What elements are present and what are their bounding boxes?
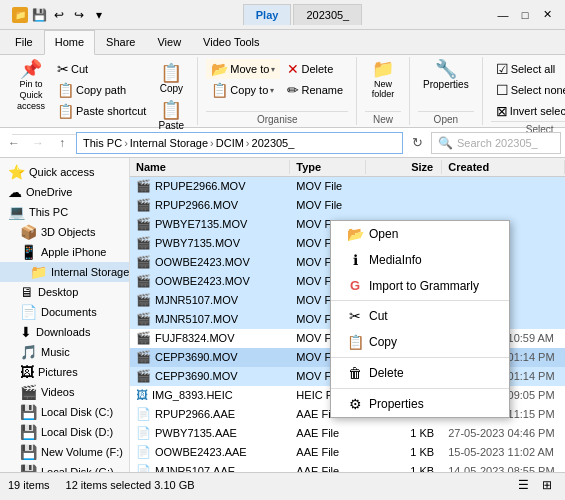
- ctx-delete-icon: 🗑: [347, 365, 363, 381]
- sidebar-item-music[interactable]: 🎵 Music: [0, 342, 129, 362]
- invert-selection-button[interactable]: ⊠ Invert selection: [491, 101, 565, 121]
- open-label: Open: [418, 111, 474, 125]
- ctx-open-icon: 📂: [347, 226, 363, 242]
- ctx-cut[interactable]: ✂ Cut: [331, 303, 509, 329]
- back-button[interactable]: ←: [4, 133, 24, 153]
- paste-shortcut-button[interactable]: 📋 Paste shortcut: [52, 101, 151, 121]
- open-group: 🔧 Properties Open: [410, 57, 483, 125]
- rename-icon: ✏: [287, 82, 299, 98]
- sidebar-item-pictures[interactable]: 🖼 Pictures: [0, 362, 129, 382]
- folder-icon: 📁: [12, 7, 28, 23]
- ctx-separator-3: [331, 388, 509, 389]
- properties-button[interactable]: 🔧 Properties: [418, 57, 474, 93]
- filename: PWBYE7135.MOV: [155, 218, 247, 230]
- ribbon: File Home Share View Video Tools 📌 Pin t…: [0, 30, 565, 128]
- ctx-open[interactable]: 📂 Open: [331, 221, 509, 247]
- view-list-button[interactable]: ☰: [513, 475, 533, 495]
- sidebar-item-3d-objects[interactable]: 📦 3D Objects: [0, 222, 129, 242]
- filename: OOWBE2423.MOV: [155, 275, 250, 287]
- copy-path-button[interactable]: 📋 Copy path: [52, 80, 151, 100]
- ctx-delete[interactable]: 🗑 Delete: [331, 360, 509, 386]
- table-row[interactable]: 📄PWBY7135.AAEAAE File1 KB27-05-2023 04:4…: [130, 424, 565, 443]
- sidebar-label: Music: [41, 346, 70, 358]
- ctx-import-grammarly[interactable]: G Import to Grammarly: [331, 273, 509, 298]
- file-icon: 🎬: [136, 274, 151, 288]
- qat-redo-btn[interactable]: ↪: [70, 6, 88, 24]
- table-row[interactable]: 📄OOWBE2423.AAEAAE File1 KB15-05-2023 11:…: [130, 443, 565, 462]
- pin-icon: 📌: [20, 60, 42, 78]
- paste-button[interactable]: 📋 Paste: [153, 98, 189, 134]
- view-grid-button[interactable]: ⊞: [537, 475, 557, 495]
- move-dropdown-arrow: ▾: [271, 65, 275, 74]
- ctx-copy-icon: 📋: [347, 334, 363, 350]
- desktop-icon: 🖥: [20, 284, 34, 300]
- close-button[interactable]: ✕: [537, 5, 557, 25]
- search-box[interactable]: 🔍 Search 202305_: [431, 132, 561, 154]
- new-folder-button[interactable]: 📁 New folder: [365, 57, 401, 102]
- pin-to-quick-access-button[interactable]: 📌 Pin to Quick access: [12, 57, 50, 114]
- tab-folder[interactable]: 202305_: [293, 4, 362, 25]
- sidebar-item-disk-c[interactable]: 💾 Local Disk (C:): [0, 402, 129, 422]
- col-type-header[interactable]: Type: [290, 160, 366, 174]
- col-size-header[interactable]: Size: [366, 160, 442, 174]
- table-row[interactable]: 🎬RPUPE2966.MOVMOV File: [130, 177, 565, 196]
- table-row[interactable]: 📄MJNR5107.AAEAAE File1 KB14-05-2023 08:5…: [130, 462, 565, 472]
- cut-button[interactable]: ✂ Cut: [52, 59, 151, 79]
- new-folder-icon: 📁: [372, 60, 394, 78]
- sidebar-item-this-pc[interactable]: 💻 This PC: [0, 202, 129, 222]
- copy-button[interactable]: 📋 Copy: [153, 61, 189, 97]
- sidebar-item-onedrive[interactable]: ☁ OneDrive: [0, 182, 129, 202]
- rename-button[interactable]: ✏ Rename: [282, 80, 348, 100]
- disk-c-icon: 💾: [20, 404, 37, 420]
- qat-down-btn[interactable]: ▾: [90, 6, 108, 24]
- sidebar-item-disk-f[interactable]: 💾 New Volume (F:): [0, 442, 129, 462]
- sidebar-item-documents[interactable]: 📄 Documents: [0, 302, 129, 322]
- filename: CEPP3690.MOV: [155, 370, 238, 382]
- ribbon-tab-file[interactable]: File: [4, 30, 44, 54]
- ctx-mediainfo[interactable]: ℹ MediaInfo: [331, 247, 509, 273]
- sidebar-item-internal-storage[interactable]: 📁 Internal Storage: [0, 262, 129, 282]
- address-path[interactable]: This PC › Internal Storage › DCIM › 2023…: [76, 132, 403, 154]
- filename: CEPP3690.MOV: [155, 351, 238, 363]
- properties-icon: 🔧: [435, 60, 457, 78]
- forward-button[interactable]: →: [28, 133, 48, 153]
- ribbon-tab-share[interactable]: Share: [95, 30, 146, 54]
- selected-info: 12 items selected 3.10 GB: [66, 479, 195, 491]
- table-row[interactable]: 🎬RPUP2966.MOVMOV File: [130, 196, 565, 215]
- copy-to-button[interactable]: 📋 Copy to ▾: [206, 80, 280, 100]
- sidebar-item-downloads[interactable]: ⬇ Downloads: [0, 322, 129, 342]
- sidebar-item-desktop[interactable]: 🖥 Desktop: [0, 282, 129, 302]
- qat: 📁 💾 ↩ ↪ ▾: [8, 6, 112, 24]
- select-all-button[interactable]: ☑ Select all: [491, 59, 565, 79]
- sidebar-item-disk-d[interactable]: 💾 Local Disk (D:): [0, 422, 129, 442]
- ribbon-tab-video[interactable]: Video Tools: [192, 30, 270, 54]
- ribbon-tab-view[interactable]: View: [146, 30, 192, 54]
- sidebar-item-disk-g[interactable]: 💾 Local Disk (G:): [0, 462, 129, 472]
- up-button[interactable]: ↑: [52, 133, 72, 153]
- ctx-properties[interactable]: ⚙ Properties: [331, 391, 509, 417]
- qat-undo-btn[interactable]: ↩: [50, 6, 68, 24]
- ctx-copy[interactable]: 📋 Copy: [331, 329, 509, 355]
- ctx-cut-icon: ✂: [347, 308, 363, 324]
- address-bar: ← → ↑ This PC › Internal Storage › DCIM …: [0, 128, 565, 158]
- col-created-header[interactable]: Created: [442, 160, 565, 174]
- ctx-grammarly-icon: G: [347, 278, 363, 293]
- move-to-button[interactable]: 📂 Move to ▾: [206, 59, 280, 79]
- sidebar-label: This PC: [29, 206, 68, 218]
- paste-icon: 📋: [160, 101, 182, 119]
- file-icon: 🎬: [136, 312, 151, 326]
- ribbon-tab-home[interactable]: Home: [44, 30, 95, 55]
- select-none-button[interactable]: ☐ Select none: [491, 80, 565, 100]
- refresh-button[interactable]: ↻: [407, 133, 427, 153]
- minimize-button[interactable]: —: [493, 5, 513, 25]
- col-name-header[interactable]: Name: [130, 160, 290, 174]
- sidebar-item-apple-iphone[interactable]: 📱 Apple iPhone: [0, 242, 129, 262]
- tab-play[interactable]: Play: [243, 4, 292, 25]
- delete-button[interactable]: ✕ Delete: [282, 59, 348, 79]
- qat-save-btn[interactable]: 💾: [30, 6, 48, 24]
- sidebar-item-quick-access[interactable]: ⭐ Quick access: [0, 162, 129, 182]
- organise-group: 📂 Move to ▾ 📋 Copy to ▾ ✕ Delete: [198, 57, 357, 125]
- maximize-button[interactable]: □: [515, 5, 535, 25]
- sidebar-label: Desktop: [38, 286, 78, 298]
- sidebar-item-videos[interactable]: 🎬 Videos: [0, 382, 129, 402]
